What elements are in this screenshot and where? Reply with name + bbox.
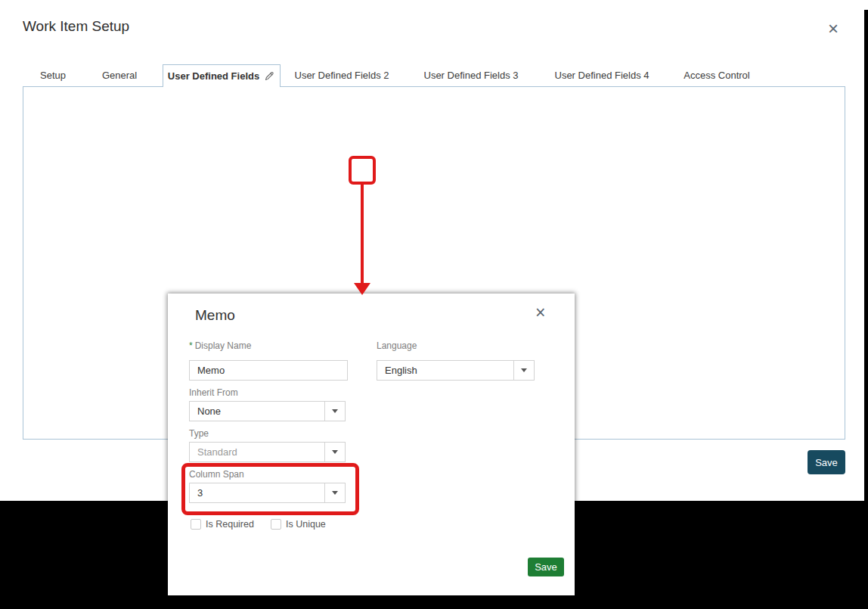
tab-user-defined-fields-2[interactable]: User Defined Fields 2 <box>286 64 398 86</box>
type-label: Type <box>189 428 209 439</box>
inherit-from-dropdown[interactable]: None <box>189 401 346 421</box>
tab-user-defined-fields-3[interactable]: User Defined Fields 3 <box>415 64 527 86</box>
save-button[interactable]: Save <box>808 450 845 474</box>
pencil-icon <box>264 70 275 82</box>
column-span-value: 3 <box>197 487 203 499</box>
display-name-input[interactable] <box>190 361 347 380</box>
display-name-label: *Display Name <box>189 340 251 351</box>
tab-setup[interactable]: Setup <box>23 64 83 86</box>
modal-close-icon[interactable]: × <box>535 304 545 322</box>
tab-general[interactable]: General <box>83 64 156 86</box>
inherit-from-value: None <box>197 405 221 417</box>
is-required-label: Is Required <box>206 519 254 530</box>
inherit-from-label: Inherit From <box>189 387 238 398</box>
background-edge <box>864 10 868 609</box>
language-label: Language <box>377 340 417 351</box>
chevron-down-icon[interactable] <box>324 483 345 502</box>
is-unique-checkbox[interactable] <box>271 519 281 530</box>
chevron-down-icon[interactable] <box>513 361 534 380</box>
chevron-down-icon[interactable] <box>324 402 345 421</box>
type-dropdown[interactable]: Standard <box>189 442 346 462</box>
is-unique-label: Is Unique <box>286 519 326 530</box>
tab-user-defined-fields[interactable]: User Defined Fields <box>163 64 281 87</box>
tab-active-label: User Defined Fields <box>168 65 259 87</box>
type-value: Standard <box>197 446 237 458</box>
tab-access-control[interactable]: Access Control <box>676 64 758 86</box>
page-title: Work Item Setup <box>23 18 129 35</box>
modal-title: Memo <box>195 307 235 324</box>
column-span-label: Column Span <box>189 469 244 480</box>
chevron-down-icon[interactable] <box>324 443 345 461</box>
close-icon[interactable]: × <box>828 20 839 38</box>
language-value: English <box>385 365 417 376</box>
is-required-checkbox[interactable] <box>191 519 201 530</box>
display-name-field-wrap <box>189 360 348 381</box>
required-asterisk: * <box>189 340 193 351</box>
tab-user-defined-fields-4[interactable]: User Defined Fields 4 <box>546 64 658 86</box>
language-dropdown[interactable]: English <box>377 360 535 381</box>
column-span-dropdown[interactable]: 3 <box>189 483 346 503</box>
modal-save-button[interactable]: Save <box>528 558 564 576</box>
memo-field-edit-modal: Memo × *Display Name Language English In… <box>168 294 575 595</box>
